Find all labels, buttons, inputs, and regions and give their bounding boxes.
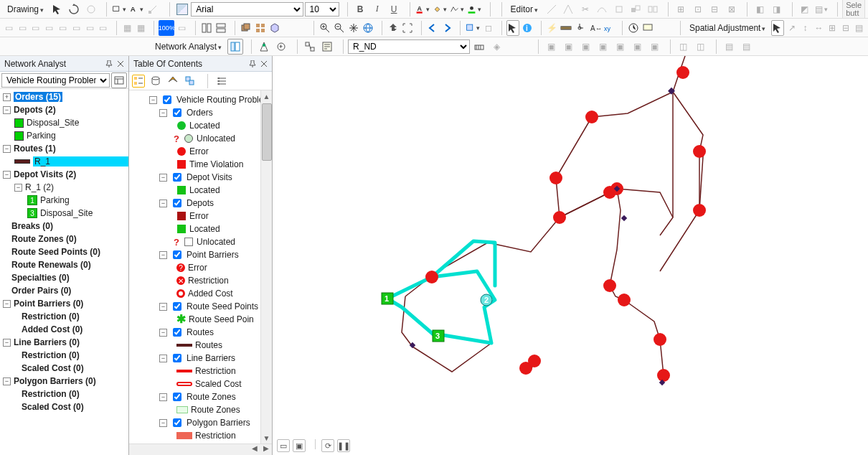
na-pb-rest[interactable]: Restriction (0) — [22, 311, 80, 322]
goto-xy-icon[interactable]: xy — [603, 20, 615, 36]
topo-icon-9[interactable]: ◫ — [692, 39, 708, 55]
t2-grid-icon[interactable]: ▦ — [135, 20, 147, 36]
font-family-select[interactable]: Arial — [191, 2, 303, 17]
select-elements-icon[interactable] — [506, 20, 519, 36]
topo-icon-4[interactable]: ▣ — [595, 39, 610, 55]
exp-minus[interactable]: − — [159, 303, 167, 311]
fixed-zoom-in-icon[interactable] — [387, 20, 400, 36]
topo-icon-1[interactable]: ▣ — [543, 39, 559, 55]
toc-depots[interactable]: Depots — [187, 198, 214, 208]
t2-icon-7[interactable]: ▭ — [84, 20, 96, 36]
ed-icon-3[interactable]: ✂ — [577, 1, 593, 17]
topo-icon-8[interactable]: ◫ — [675, 39, 691, 55]
na-window-icon[interactable] — [227, 39, 243, 55]
ed-icon-2[interactable] — [560, 1, 576, 17]
html-popup-icon[interactable] — [641, 20, 654, 36]
t2-icon-5[interactable]: ▭ — [57, 20, 69, 36]
ed-icon-5[interactable] — [611, 1, 627, 17]
na-dv-disposal[interactable]: Disposal_Site — [40, 208, 93, 218]
exp-minus[interactable]: − — [159, 393, 167, 401]
network-dataset-select[interactable]: R_ND — [348, 39, 470, 54]
t2-cascade-icon[interactable] — [240, 20, 253, 36]
na-r1-2[interactable]: R_1 (2) — [25, 182, 54, 192]
toc-rz-cb[interactable] — [173, 393, 181, 401]
exp-minus[interactable]: − — [159, 419, 167, 427]
exp-minus[interactable]: − — [3, 339, 11, 347]
fixed-zoom-out-icon[interactable] — [401, 20, 414, 36]
pan-icon[interactable] — [347, 20, 360, 36]
scroll-up-icon[interactable]: ▲ — [261, 90, 272, 102]
find-icon[interactable] — [574, 20, 587, 36]
t2-scale-icon[interactable]: 100% — [159, 20, 174, 36]
sa-icon-4[interactable]: ↔ — [813, 20, 825, 36]
topo-icon-10[interactable]: ▤ — [721, 39, 737, 55]
na-tree[interactable]: +Orders (15) −Depots (2) Disposal_Site P… — [0, 89, 128, 455]
na-parking[interactable]: Parking — [27, 131, 56, 141]
text-tool-icon[interactable]: A — [128, 1, 144, 17]
toc-polb-cb[interactable] — [173, 418, 181, 427]
scroll-thumb[interactable] — [262, 103, 272, 161]
sa-icon-7[interactable]: ▤ — [853, 20, 865, 36]
ed-icon-4[interactable] — [594, 1, 610, 17]
na-dv-parking[interactable]: Parking — [40, 195, 70, 205]
ed-icon-13[interactable]: ◨ — [769, 1, 785, 17]
exp-minus[interactable]: − — [159, 355, 167, 362]
toc-rsp[interactable]: Route Seed Points — [187, 301, 258, 311]
exp-minus[interactable]: − — [149, 96, 157, 104]
exp-plus[interactable]: + — [3, 93, 11, 101]
refresh-icon[interactable]: ⟳ — [321, 439, 334, 452]
toc-list-by-draw-icon[interactable] — [132, 75, 145, 88]
toc-scrollbar[interactable]: ▲ ▼ — [260, 90, 272, 444]
na-disposal[interactable]: Disposal_Site — [27, 118, 79, 128]
find-route-icon[interactable]: A↔ — [588, 20, 601, 36]
na-renewals[interactable]: Route Renewals (0) — [11, 260, 91, 270]
ed-icon-6[interactable] — [628, 1, 643, 17]
exp-minus[interactable]: − — [14, 184, 22, 192]
na-routes[interactable]: Routes (1) — [14, 144, 56, 154]
zoom-out-icon[interactable] — [333, 20, 346, 36]
na-layer-select[interactable]: Vehicle Routing Problem — [1, 73, 110, 88]
t2-icon-6[interactable]: ▭ — [70, 20, 82, 36]
clear-sel-icon[interactable]: ◻ — [482, 20, 494, 36]
toc-pb-cb[interactable] — [173, 250, 181, 259]
exp-minus[interactable]: − — [159, 251, 167, 259]
data-view-icon[interactable]: ▭ — [277, 439, 290, 452]
exp-minus[interactable]: − — [159, 329, 167, 337]
na-depot-visits[interactable]: Depot Visits (2) — [14, 169, 76, 179]
na-lb-scaled[interactable]: Scaled Cost (0) — [22, 363, 84, 373]
select-arrow-icon[interactable] — [49, 1, 65, 17]
font-size-select[interactable]: 10 — [305, 2, 340, 17]
bold-button[interactable]: B — [352, 1, 368, 17]
zoom-extent-icon[interactable] — [83, 1, 99, 17]
scroll-down-icon[interactable]: ▼ — [261, 432, 272, 444]
na-orders[interactable]: Orders (15) — [14, 92, 62, 102]
na-pob[interactable]: Polygon Barriers (0) — [14, 376, 96, 386]
toc-list-by-vis-icon[interactable] — [166, 75, 179, 88]
map-view[interactable]: 1 2 3 ▭ ▣ ⟳ ❚❚ — [273, 56, 868, 455]
toc-lb[interactable]: Line Barriers — [187, 353, 235, 363]
na-create-loc-icon[interactable] — [256, 39, 272, 55]
network-analyst-menu[interactable]: Network Analyst — [151, 42, 226, 52]
exp-minus[interactable]: − — [159, 200, 167, 207]
na-pob-rest[interactable]: Restriction (0) — [22, 389, 80, 399]
ed-icon-14[interactable]: ◩ — [797, 1, 813, 17]
sa-icon-3[interactable]: ↕ — [799, 20, 811, 36]
t2-icon-9[interactable]: ▭ — [176, 20, 188, 36]
ed-icon-15[interactable]: ▤ — [814, 1, 830, 17]
t2-stack-icon[interactable] — [214, 20, 227, 36]
toc-polb[interactable]: Polygon Barriers — [187, 418, 250, 428]
na-build-icon[interactable] — [471, 39, 487, 55]
topo-icon-7[interactable]: ▣ — [646, 39, 662, 55]
sa-icon-1[interactable] — [771, 20, 784, 36]
ed-icon-11[interactable]: ⊠ — [724, 1, 740, 17]
underline-button[interactable]: U — [386, 1, 402, 17]
toc-dv[interactable]: Depot Visits — [187, 172, 232, 182]
toc-root-cb[interactable] — [163, 95, 171, 104]
toc-pin-icon[interactable] — [247, 59, 258, 69]
sa-icon-5[interactable]: ⊞ — [826, 20, 839, 36]
na-close-icon[interactable] — [115, 59, 126, 69]
na-identify-icon[interactable]: ◈ — [489, 39, 504, 55]
topo-icon-2[interactable]: ▣ — [560, 39, 576, 55]
full-extent-icon[interactable] — [362, 20, 374, 36]
na-lb-rest[interactable]: Restriction (0) — [22, 350, 80, 360]
